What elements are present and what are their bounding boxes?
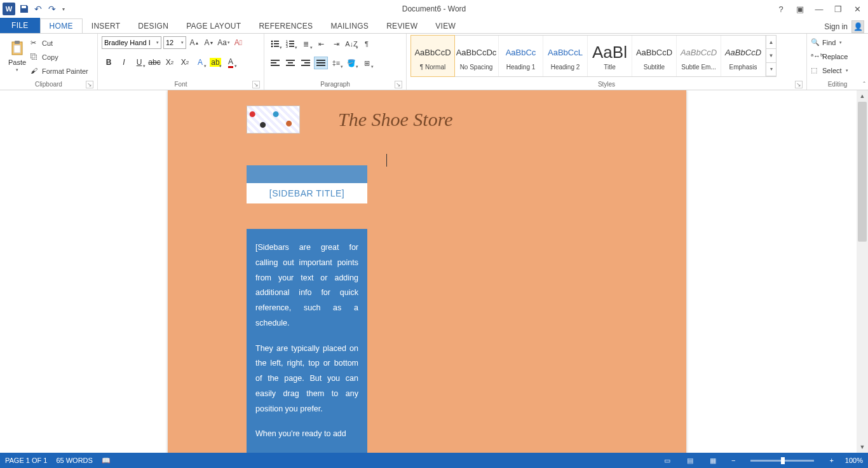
scroll-down-icon[interactable]: ▼ (857, 441, 868, 453)
qat-dropdown-icon[interactable]: ▾ (61, 6, 66, 12)
font-size-combo[interactable]: 12▾ (163, 36, 186, 49)
restore-icon[interactable]: ❐ (832, 3, 844, 15)
close-icon[interactable]: ✕ (851, 3, 863, 15)
italic-button[interactable]: I (117, 55, 131, 69)
superscript-button[interactable]: X2 (178, 55, 192, 69)
svg-rect-16 (271, 62, 276, 64)
group-clipboard: Paste ▾ ✂Cut ⿻Copy 🖌Format Painter Clipb… (0, 34, 98, 90)
minimize-icon[interactable]: — (813, 3, 825, 15)
shoes-image[interactable] (247, 106, 300, 134)
proofing-icon[interactable]: 📖 (102, 457, 111, 465)
style-heading-1[interactable]: AaBbCcHeading 1 (499, 36, 543, 76)
page-indicator[interactable]: PAGE 1 OF 1 (5, 457, 47, 464)
line-spacing-button[interactable]: ‡≡ (329, 57, 343, 69)
bullets-button[interactable] (268, 38, 282, 50)
sort-button[interactable]: A↓Z (344, 38, 358, 50)
sign-in[interactable]: Sign in 👤 (824, 20, 868, 33)
format-painter-button[interactable]: 🖌Format Painter (31, 64, 88, 78)
align-center-button[interactable] (283, 57, 297, 69)
undo-icon[interactable]: ↶ (33, 4, 43, 14)
text-effects-button[interactable]: A (193, 55, 207, 69)
clipboard-launcher[interactable]: ↘ (86, 81, 93, 88)
multilevel-list-button[interactable]: ≣ (299, 38, 313, 50)
style-normal[interactable]: AaBbCcD¶ Normal (410, 35, 455, 77)
paragraph-launcher[interactable]: ↘ (395, 81, 402, 88)
svg-point-3 (271, 41, 273, 43)
sidebar-paragraph-1[interactable]: [Sidebars are great for calling out impo… (255, 240, 358, 331)
document-title[interactable]: The Shoe Store (338, 109, 453, 130)
underline-button[interactable]: U (132, 55, 146, 69)
align-left-button[interactable] (268, 57, 282, 69)
style-subtitle[interactable]: AaBbCcDSubtitle (632, 36, 677, 76)
zoom-slider[interactable] (750, 460, 814, 462)
find-button[interactable]: 🔍Find▾ (811, 36, 848, 49)
styles-scroll-up[interactable]: ▲ (766, 36, 776, 49)
page[interactable]: The Shoe Store [SIDEBAR TITLE] [Sidebars… (168, 90, 686, 453)
tab-home[interactable]: HOME (40, 18, 83, 34)
clear-formatting-button[interactable]: A⃠ (232, 36, 245, 49)
align-right-button[interactable] (299, 57, 313, 69)
tab-review[interactable]: REVIEW (377, 19, 426, 33)
bold-button[interactable]: B (102, 55, 116, 69)
zoom-slider-knob[interactable] (781, 457, 785, 464)
redo-icon[interactable]: ↷ (47, 4, 57, 14)
sidebar-title-box[interactable]: [SIDEBAR TITLE] (247, 165, 367, 203)
collapse-ribbon-icon[interactable]: ˆ (863, 81, 865, 88)
tab-file[interactable]: FILE (0, 18, 40, 33)
highlight-button[interactable]: ab (208, 55, 222, 69)
style-heading-2[interactable]: AaBbCcLHeading 2 (543, 36, 588, 76)
help-icon[interactable]: ? (775, 3, 787, 15)
cut-button[interactable]: ✂Cut (31, 36, 88, 50)
increase-indent-button[interactable]: ⇥ (329, 38, 343, 50)
select-button[interactable]: ⬚Select▾ (811, 64, 848, 77)
style-emphasis[interactable]: AaBbCcDEmphasis (721, 36, 766, 76)
font-name-combo[interactable]: Bradley Hand I▾ (102, 36, 161, 49)
sidebar-paragraph-3[interactable]: When you're ready to add (255, 427, 358, 442)
sidebar-paragraph-2[interactable]: They are typically placed on the left, r… (255, 341, 358, 417)
borders-button[interactable]: ⊞ (360, 57, 374, 69)
style-title[interactable]: AaBlTitle (588, 36, 632, 76)
word-count[interactable]: 65 WORDS (56, 457, 92, 464)
numbering-button[interactable]: 123 (283, 38, 297, 50)
tab-insert[interactable]: INSERT (83, 19, 130, 33)
sidebar-body[interactable]: [Sidebars are great for calling out impo… (247, 229, 367, 453)
tab-page-layout[interactable]: PAGE LAYOUT (177, 19, 250, 33)
font-color-button[interactable]: A (224, 55, 238, 69)
zoom-out-button[interactable]: − (729, 457, 738, 464)
strikethrough-button[interactable]: abc (147, 55, 161, 69)
tab-design[interactable]: DESIGN (129, 19, 177, 33)
shrink-font-button[interactable]: A▼ (203, 36, 215, 49)
justify-button[interactable] (314, 57, 328, 69)
save-icon[interactable] (19, 4, 29, 14)
paste-button[interactable]: Paste ▾ (4, 35, 31, 77)
scroll-up-icon[interactable]: ▲ (857, 90, 868, 102)
subscript-button[interactable]: X2 (163, 55, 177, 69)
scroll-thumb[interactable] (858, 102, 867, 242)
zoom-level[interactable]: 100% (845, 457, 863, 464)
font-launcher[interactable]: ↘ (252, 81, 260, 88)
print-layout-icon[interactable]: ▤ (683, 455, 697, 466)
quick-access-toolbar: W ↶ ↷ ▾ (0, 3, 66, 15)
tab-references[interactable]: REFERENCES (250, 19, 322, 33)
web-layout-icon[interactable]: ▦ (706, 455, 720, 466)
styles-launcher[interactable]: ↘ (795, 81, 803, 88)
replace-button[interactable]: ᵃ↔ᵇReplace (811, 50, 848, 63)
grow-font-button[interactable]: A▲ (188, 36, 201, 49)
zoom-in-button[interactable]: + (827, 457, 836, 464)
style-subtle-emphasis[interactable]: AaBbCcDSubtle Em... (677, 36, 721, 76)
style-no-spacing[interactable]: AaBbCcDcNo Spacing (454, 36, 499, 76)
copy-button[interactable]: ⿻Copy (31, 50, 88, 64)
sidebar-title-text[interactable]: [SIDEBAR TITLE] (247, 183, 367, 203)
styles-more[interactable]: ▾ (766, 63, 776, 76)
read-mode-icon[interactable]: ▭ (660, 455, 674, 466)
show-marks-button[interactable]: ¶ (360, 38, 374, 50)
tab-mailings[interactable]: MAILINGS (322, 19, 377, 33)
change-case-button[interactable]: Aa (217, 36, 230, 49)
styles-scroll-down[interactable]: ▼ (766, 49, 776, 62)
shading-button[interactable]: 🪣 (344, 57, 358, 69)
tab-view[interactable]: VIEW (426, 19, 465, 33)
vertical-scrollbar[interactable]: ▲ ▼ (857, 90, 868, 453)
avatar-icon: 👤 (851, 20, 864, 33)
ribbon-display-icon[interactable]: ▣ (794, 3, 806, 15)
decrease-indent-button[interactable]: ⇤ (314, 38, 328, 50)
